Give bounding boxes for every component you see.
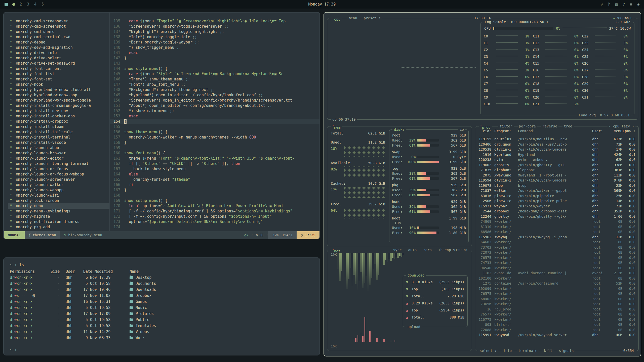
sidebar-item-file[interactable]: *omarchy-drive-select: [8, 56, 109, 61]
process-column-header[interactable]: Command:: [518, 129, 592, 133]
sidebar-item-file[interactable]: *omarchy-hyprland-window-close-all: [8, 87, 109, 93]
power-icon[interactable]: ◉: [637, 2, 639, 7]
sidebar-item-file[interactable]: *omarchy-hyprland-workspace-toggle: [8, 98, 109, 103]
sidebar-item-file[interactable]: *omarchy-launch-floating-terminal: [8, 161, 109, 166]
workspace-2[interactable]: 2: [20, 2, 22, 7]
sidebar-item-file[interactable]: *omarchy-launch-browser: [8, 151, 109, 156]
folder-name[interactable]: Pictures: [124, 311, 313, 317]
process-row[interactable]: 2075XwaylandXwayland :1 -rootless -dhh11…: [478, 173, 635, 178]
process-row[interactable]: 115991swayosd-/usr/bin/swayosd-serverdhh…: [478, 333, 635, 338]
folder-name[interactable]: Games: [124, 299, 313, 305]
process-row[interactable]: 115971waybar/usr/bin/waybardhh72M0.0: [478, 204, 635, 209]
io-mode-toggle[interactable]: io: [458, 127, 465, 132]
net-button-sync[interactable]: sync: [392, 248, 403, 252]
process-column-header[interactable]: User:: [592, 129, 608, 133]
sidebar-item-file[interactable]: *omarchy-pkg-add: [8, 224, 109, 230]
workspace-4[interactable]: 4: [34, 2, 36, 7]
process-panel-title[interactable]: ⁴proc: [479, 124, 492, 130]
sidebar-item-file[interactable]: *omarchy-font-set: [8, 77, 109, 82]
folder-name[interactable]: Dropbox: [124, 293, 313, 299]
process-row[interactable]: 119155nautilus/usr/bin/nautilus --newdhh…: [478, 137, 635, 142]
process-row[interactable]: 2506pipewire/usr/bin/pipewire-pulsedhh14…: [478, 199, 635, 204]
sidebar-item-file[interactable]: *omarchy-install-dev-env: [8, 108, 109, 114]
process-row[interactable]: 1916HyprlandHyprlanddhh424M0.1: [478, 153, 635, 158]
sidebar-item-file[interactable]: *omarchy-notification-dismiss: [8, 219, 109, 224]
workspace-dot-icon[interactable]: [12, 3, 15, 6]
process-row[interactable]: 64603kworker/root0B0.0: [478, 240, 635, 245]
proc-button-filter[interactable]: filter: [498, 124, 514, 129]
process-row[interactable]: 120406org.gnom/usr/bin/gjs /usr/lib/odhh…: [478, 142, 635, 148]
folder-name[interactable]: Public: [124, 317, 313, 323]
proc-button-percore[interactable]: per-core: [518, 124, 537, 129]
process-row[interactable]: 63816pipewire/usr/bin/pipewiredhh25M0.0: [478, 194, 635, 199]
process-action-signals[interactable]: signals: [557, 348, 575, 353]
cpu-panel-title[interactable]: ¹cpu: [331, 16, 342, 22]
code-pane[interactable]: 135 case $(menu "Toggle" "▣ Screensaver\…: [109, 13, 319, 231]
sidebar-item-file[interactable]: *omarchy-install-steam: [8, 124, 109, 129]
process-row[interactable]: 12244ghostty/usr/bin/ghostty --gtk-dhh1.…: [478, 214, 635, 220]
active-workspace-icon[interactable]: [5, 3, 8, 6]
process-row[interactable]: 94540kworker/root0B0.0: [478, 266, 635, 271]
workspace-3[interactable]: 3: [27, 2, 29, 7]
process-row[interactable]: 73703kworker/root0B0.0: [478, 245, 635, 251]
btop-button-preset[interactable]: preset *: [363, 16, 382, 21]
process-action-kill[interactable]: kill: [542, 348, 554, 353]
folder-name[interactable]: Downloads: [124, 287, 313, 293]
sort-selector[interactable]: ‹ cpu lazy ›: [608, 124, 635, 129]
process-row[interactable]: 115962swaybg/usr/bin/swaybg -i /homdhh12…: [478, 235, 635, 240]
sidebar-item-file[interactable]: *omarchy-font-list: [8, 71, 109, 77]
folder-name[interactable]: Work: [124, 335, 313, 341]
volume-icon[interactable]: ♪: [623, 2, 625, 7]
sidebar-item-file[interactable]: *omarchy-launch-editor: [8, 156, 109, 161]
process-row[interactable]: 803btrfs-trroot0B0.0: [478, 323, 635, 328]
process-row[interactable]: 76577kworker/root0B0.0: [478, 312, 635, 318]
process-row[interactable]: 1275containe/usr/bin/containerdroot52M0.…: [478, 281, 635, 287]
sidebar-item-file[interactable]: *omarchy-dev-add-migration: [8, 45, 109, 50]
sidebar-item-file[interactable]: *omarchy-install-chromium-google-a: [8, 103, 109, 108]
screenshare-icon[interactable]: ⇄: [601, 2, 603, 7]
process-row[interactable]: 16rcu_preeroot0B0.0: [478, 307, 635, 312]
proc-button-tree[interactable]: tree: [562, 124, 574, 129]
process-row[interactable]: 119602ghostty/usr/bin/ghostty --gtk-dhh3…: [478, 163, 635, 168]
sidebar-item-file[interactable]: *omarchy-install-vscode: [8, 140, 109, 145]
process-row[interactable]: 2544dropbox/home/dhh/.dropbox-distdhh353…: [478, 209, 635, 214]
sidebar-item-file[interactable]: *omarchy-lock-screen: [8, 198, 109, 203]
sidebar-item-file[interactable]: *omarchy-drive-info: [8, 50, 109, 56]
sidebar-item-file[interactable]: *omarchy-launch-or-focus-webapp: [8, 172, 109, 177]
sidebar-item-file[interactable]: *omarchy-hyprland-window-pop: [8, 93, 109, 98]
process-column-header[interactable]: Cpu% ↑: [622, 129, 635, 133]
memory-panel-title[interactable]: ²mem: [331, 124, 342, 130]
net-button-zero[interactable]: zero: [422, 248, 433, 252]
process-row[interactable]: 120238nvimnvim --embed .dhh62M0.0: [478, 158, 635, 163]
sidebar-item-file[interactable]: *omarchy-install-docker-dbs: [8, 114, 109, 119]
process-action-terminate[interactable]: terminate: [517, 348, 539, 353]
process-row[interactable]: 72088kworker/root0B0.0: [478, 328, 635, 333]
folder-name[interactable]: Documents: [124, 281, 313, 287]
net-button-auto[interactable]: auto: [407, 248, 418, 252]
sidebar-item-file[interactable]: *omarchy-install-terminal: [8, 135, 109, 140]
sidebar-item-file[interactable]: *omarchy-hook: [8, 82, 109, 87]
btop-button-menu[interactable]: menu: [347, 16, 358, 21]
sidebar-item-file[interactable]: *omarchy-launch-screensaver: [8, 177, 109, 182]
process-row[interactable]: 81310kworker/root0B0.0: [478, 225, 635, 230]
sidebar-item-file[interactable]: *omarchy-launch-webapp: [8, 188, 109, 193]
process-row[interactable]: 1162avahi-daavahi-daemon: running [avahi…: [478, 271, 635, 276]
sidebar-item-file[interactable]: *omarchy-launch-wifi: [8, 193, 109, 198]
sidebar-item-file[interactable]: *omarchy-drive-set-password: [8, 61, 109, 66]
cpu-meter-icon[interactable]: ▥: [615, 2, 618, 7]
process-row[interactable]: 71835elephantelephantdhh381M0.0: [478, 168, 635, 173]
process-row[interactable]: 73656kworker/root0B0.0: [478, 302, 635, 307]
sidebar-item-file[interactable]: *omarchy-menu-keybindings: [8, 209, 109, 214]
folder-name[interactable]: Music: [124, 305, 313, 311]
sidebar-item-file[interactable]: *omarchy-font-current: [8, 66, 109, 71]
sidebar-item-file[interactable]: *omarchy-migrate: [8, 214, 109, 219]
workspace-5[interactable]: 5: [42, 2, 44, 7]
process-row[interactable]: 74869kworker/root0B0.0: [478, 219, 635, 225]
process-row[interactable]: 119078btopbtopdhh25M0.0: [478, 184, 635, 189]
process-column-header[interactable]: Program:: [494, 129, 518, 133]
process-row[interactable]: 110775kworker/root0B0.0: [478, 318, 635, 323]
proc-button-reverse[interactable]: reverse: [541, 124, 558, 129]
process-row[interactable]: 119594glycin-i/usr/lib/glycin-loadersdhh…: [478, 178, 635, 184]
process-row[interactable]: 102099kworker/root0B0.0: [478, 287, 635, 292]
bluetooth-icon[interactable]: ᛒ: [608, 2, 610, 7]
